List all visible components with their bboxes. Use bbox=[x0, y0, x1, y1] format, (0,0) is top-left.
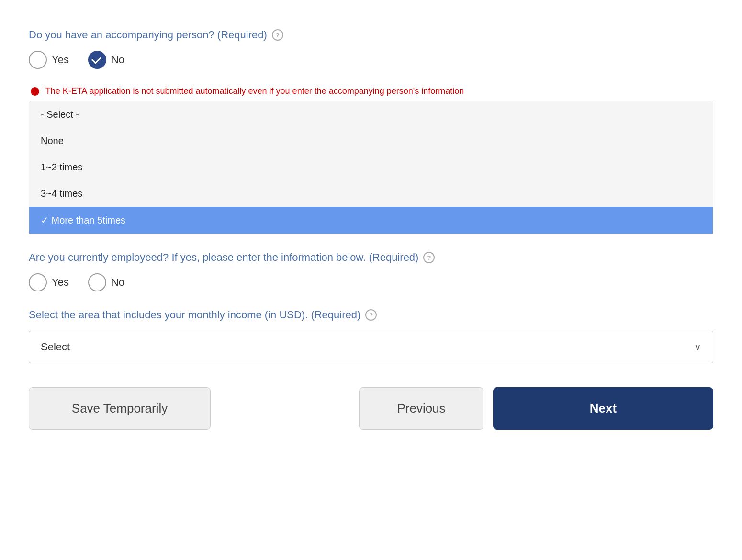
employment-no-label: No bbox=[111, 276, 124, 289]
info-message: The K-ETA application is not submitted a… bbox=[29, 86, 713, 96]
visits-dropdown-options: - Select - None 1~2 times 3~4 times More… bbox=[29, 101, 713, 234]
visits-option-3-4[interactable]: 3~4 times bbox=[29, 180, 713, 207]
accompanying-yes-label: Yes bbox=[52, 54, 69, 66]
employment-yes-option[interactable]: Yes bbox=[29, 273, 69, 291]
employment-no-option[interactable]: No bbox=[88, 273, 124, 291]
visits-option-1-2[interactable]: 1~2 times bbox=[29, 154, 713, 180]
employment-help-icon[interactable]: ? bbox=[423, 252, 435, 263]
employment-radio-group: Yes No bbox=[29, 273, 713, 291]
red-dot-icon bbox=[31, 87, 39, 96]
visits-section: The K-ETA application is not submitted a… bbox=[29, 86, 713, 234]
accompanying-radio-group: Yes No bbox=[29, 51, 713, 69]
employment-yes-label: Yes bbox=[52, 276, 69, 289]
visits-dropdown-wrapper: - Select - None 1~2 times 3~4 times More… bbox=[29, 101, 713, 234]
accompanying-question: Do you have an accompanying person? (Req… bbox=[29, 29, 713, 41]
button-row: Save Temporarily Previous Next bbox=[29, 387, 713, 430]
accompanying-yes-radio[interactable] bbox=[29, 51, 47, 69]
employment-section: Are you currently employeed? If yes, ple… bbox=[29, 251, 713, 291]
accompanying-section: Do you have an accompanying person? (Req… bbox=[29, 29, 713, 69]
visits-option-select[interactable]: - Select - bbox=[29, 101, 713, 128]
employment-no-radio[interactable] bbox=[88, 273, 106, 291]
accompanying-no-label: No bbox=[111, 54, 124, 66]
accompanying-no-option[interactable]: No bbox=[88, 51, 124, 69]
income-select-placeholder: Select bbox=[41, 341, 70, 353]
income-help-icon[interactable]: ? bbox=[365, 309, 377, 321]
next-button[interactable]: Next bbox=[493, 387, 713, 430]
employment-question: Are you currently employeed? If yes, ple… bbox=[29, 251, 713, 264]
employment-yes-radio[interactable] bbox=[29, 273, 47, 291]
accompanying-help-icon[interactable]: ? bbox=[272, 29, 283, 41]
accompanying-no-radio[interactable] bbox=[88, 51, 106, 69]
chevron-down-icon: ∨ bbox=[694, 341, 701, 353]
income-select-dropdown[interactable]: Select ∨ bbox=[29, 331, 713, 363]
income-section: Select the area that includes your month… bbox=[29, 309, 713, 363]
visits-dropdown[interactable]: - Select - None 1~2 times 3~4 times More… bbox=[29, 101, 713, 234]
income-question: Select the area that includes your month… bbox=[29, 309, 713, 321]
visits-option-5plus[interactable]: More than 5times bbox=[29, 207, 713, 234]
visits-option-none[interactable]: None bbox=[29, 128, 713, 154]
save-temporarily-button[interactable]: Save Temporarily bbox=[29, 387, 211, 430]
previous-button[interactable]: Previous bbox=[359, 387, 483, 430]
accompanying-yes-option[interactable]: Yes bbox=[29, 51, 69, 69]
